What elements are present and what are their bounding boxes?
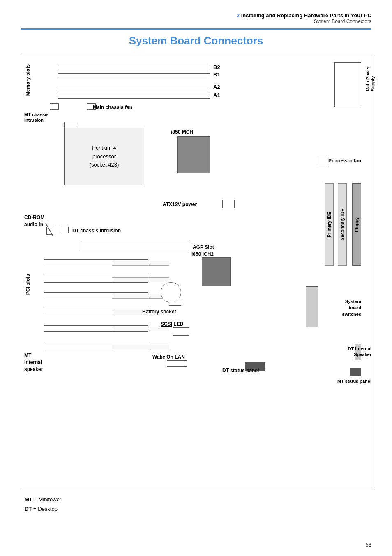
pci-slot-1-inner [112, 261, 169, 266]
system-board-diagram: Memory slots B2 B1 A2 A1 Main PowerSuppl… [21, 56, 374, 487]
battery-socket-label: Battery socket [142, 309, 176, 315]
main-power-supply-label: Main PowerSupply [365, 66, 374, 91]
mt-chassis-intrusion-box [50, 103, 59, 110]
dt-status-panel-label: DT status panel [222, 368, 259, 373]
i850-ich2-box [202, 257, 231, 286]
slot-b2-label: B2 [213, 64, 220, 70]
secondary-ide-box: Secondary IDE [338, 183, 347, 266]
chapter-number: 2 [237, 12, 240, 19]
memory-slot-a2 [58, 86, 210, 90]
processor-fan-box [316, 155, 328, 167]
wake-on-lan-label: Wake On LAN [152, 354, 185, 360]
page-number: 53 [366, 542, 371, 548]
mt-status-panel-label: MT status panel [337, 379, 371, 384]
wake-on-lan-box [167, 360, 187, 367]
main-chassis-fan-label: Main chassis fan [93, 104, 132, 110]
header-subtitle: System Board Connectors [21, 19, 371, 24]
atx12v-power-box [222, 200, 235, 208]
pci-slot-2 [44, 276, 148, 283]
memory-slot-b2 [58, 65, 210, 70]
page-header: 2 Installing and Replacing Hardware Part… [21, 12, 371, 24]
mt-speaker-label: MTinternalspeaker [24, 352, 43, 373]
system-board-switches-box [306, 286, 318, 327]
processor-fan-label: Processor fan [328, 158, 361, 164]
dt-chassis-intrusion-box [62, 227, 69, 233]
pci-slot-4 [44, 309, 148, 315]
mt-speaker-box [44, 344, 148, 350]
secondary-ide-label: Secondary IDE [340, 208, 345, 241]
main-power-supply-box [334, 62, 361, 107]
chapter-title: 2 Installing and Replacing Hardware Part… [21, 12, 371, 19]
slot-a2-label: A2 [213, 84, 220, 90]
legend-dt-text: Desktop [38, 506, 58, 512]
legend-container: MT = Minitower DT = Desktop [21, 495, 371, 514]
legend-dt: DT = Desktop [25, 504, 371, 514]
i850-ich2-label: i850 ICH2 [191, 251, 214, 257]
battery-socket-circle [161, 282, 181, 303]
primary-ide-box: Primary IDE [325, 183, 334, 266]
atx12v-power-label: ATX12V power [163, 202, 197, 207]
section-title: System Board Connectors [21, 35, 371, 47]
mt-status-panel-box [350, 368, 361, 376]
cdrom-audio-label: CD-ROMaudio in [24, 214, 44, 228]
pci-slot-1 [44, 259, 148, 266]
system-board-switches-label: Systemboardswitches [342, 299, 361, 317]
primary-ide-label: Primary IDE [327, 212, 332, 237]
floppy-label: Floppy [354, 217, 359, 232]
slot-a1-label: A1 [213, 92, 220, 98]
mt-chassis-intrusion-label: MT chassisintrusion [24, 111, 48, 123]
memory-slot-b1 [58, 73, 210, 78]
i850-mch-box [177, 136, 210, 173]
battery-socket-tab [169, 301, 181, 306]
agp-slot-label: AGP Slot [193, 244, 214, 250]
pci-slot-5 [44, 325, 148, 332]
i850-mch-label: i850 MCH [171, 129, 193, 135]
pci-slot-3 [44, 292, 148, 299]
slot-b1-label: B1 [213, 72, 220, 78]
pci-slot-2-inner [112, 277, 169, 282]
mt-speaker-inner [112, 345, 169, 350]
scsi-led-box [173, 327, 189, 336]
processor-box: Pentium 4processor(socket 423) [64, 128, 144, 185]
memory-slots-label: Memory slots [25, 64, 31, 96]
scsi-led-label: SCSI LED [161, 321, 183, 327]
pci-slots-label: PCI slots [25, 274, 31, 295]
pci-slot-5-inner [112, 327, 169, 331]
memory-slot-a1 [58, 94, 210, 99]
processor-label: Pentium 4processor(socket 423) [90, 144, 119, 169]
legend-mt: MT = Minitower [25, 495, 371, 504]
agp-slot-box [81, 243, 189, 250]
legend-mt-text: Minitower [39, 496, 62, 503]
section-title-container: System Board Connectors [21, 28, 371, 47]
dt-internal-speaker-label: DT InternalSpeaker [348, 346, 371, 358]
floppy-box: Floppy [352, 183, 361, 266]
dt-chassis-intrusion-label: DT chassis intrusion [72, 228, 121, 234]
